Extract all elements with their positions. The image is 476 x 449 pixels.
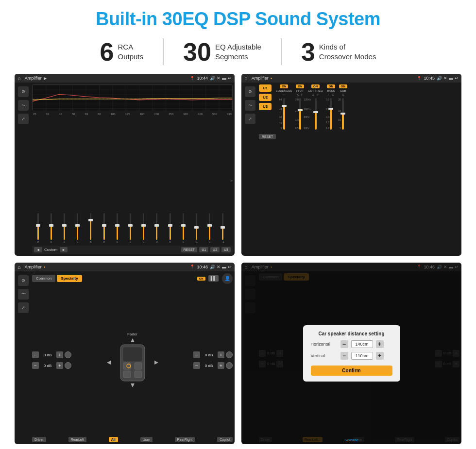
amp-u-column: U1 U2 U3 ON LOUDNESS — — [259, 84, 459, 131]
stat-eq-text: EQ AdjustableSegments — [215, 42, 261, 61]
eq-u2-btn[interactable]: U2 — [210, 247, 220, 252]
volume-icon-2: 🔊 — [437, 76, 442, 81]
eq-main: 253240 506380 100125160 200250320 400500… — [32, 84, 233, 254]
sub-slider[interactable]: 20 15 10 5 — [342, 98, 344, 130]
amp-sidebar-settings[interactable]: ⚙ — [245, 86, 255, 97]
eq-prev-btn[interactable]: ◄ — [34, 247, 42, 252]
eq-bottom-bar: ◄ Custom ► RESET U1 U2 U3 — [32, 246, 233, 254]
spk-rr-plus[interactable]: + — [218, 362, 224, 369]
spk-fl-speaker-icon — [65, 351, 71, 358]
eq-next-btn[interactable]: ► — [60, 247, 68, 252]
horizontal-minus[interactable]: − — [340, 340, 348, 348]
eq-slider-5[interactable]: 0 — [98, 213, 110, 243]
vertical-label: Vertical — [311, 353, 338, 358]
amp-reset-btn[interactable]: RESET — [259, 134, 276, 139]
eq-slider-0[interactable]: 0 — [32, 213, 44, 243]
amp-sub: ON SUB G 20 15 10 5 — [339, 84, 347, 131]
amp-sidebar-wave[interactable]: 〜 — [245, 100, 255, 111]
eq-slider-14[interactable]: -1 — [217, 213, 229, 243]
svg-marker-12 — [107, 361, 111, 365]
eq-slider-7[interactable]: 0 — [124, 213, 136, 243]
spk-rl-plus[interactable]: + — [56, 362, 63, 369]
eq-slider-10[interactable]: 0 — [164, 213, 176, 243]
spk-tabs: Common Specialty ON ▌▌ 👤 — [32, 273, 233, 284]
svg-marker-11 — [131, 383, 135, 387]
confirm-button[interactable]: Confirm — [311, 366, 392, 376]
phat-on[interactable]: ON — [296, 84, 304, 88]
spk-sidebar-wave[interactable]: 〜 — [18, 289, 29, 299]
eq-slider-9[interactable]: 0 — [151, 213, 163, 243]
spk-user-btn[interactable]: User — [140, 437, 153, 442]
eq-slider-13[interactable]: 0 — [204, 213, 216, 243]
eq-slider-2[interactable]: 0 — [58, 213, 70, 243]
u3-btn[interactable]: U3 — [259, 103, 272, 110]
stat-rca-number: 6 — [100, 39, 114, 65]
svg-marker-10 — [131, 338, 135, 342]
spk-on-badge[interactable]: ON — [197, 277, 205, 281]
eq-slider-4[interactable]: 5 — [85, 213, 97, 243]
loudness-on[interactable]: ON — [280, 84, 288, 88]
svg-rect-4 — [123, 347, 142, 362]
vertical-minus[interactable]: − — [340, 352, 348, 360]
eq-slider-6[interactable]: 0 — [111, 213, 123, 243]
spk-rearright-btn[interactable]: RearRight — [175, 437, 195, 442]
volume-icon-3: 🔊 — [210, 265, 215, 269]
distance-dialog: Car speaker distance setting Horizontal … — [303, 325, 400, 382]
spk-rearleft-btn[interactable]: RearLeft — [68, 437, 86, 442]
vertical-plus[interactable]: + — [376, 352, 384, 360]
spk-fl-control: − 0 dB + — [32, 351, 71, 358]
spk-tab-specialty[interactable]: Specialty — [57, 275, 82, 282]
cutfreq-slider[interactable]: 120Hz 100Hz 80Hz 60Hz — [315, 98, 317, 130]
spk-fr-plus[interactable]: + — [218, 351, 224, 358]
eq-sidebar-wave[interactable]: 〜 — [18, 100, 29, 111]
amp-cutfreq: ON CUT FREQ G F 120Hz 100Hz 80Hz 60Hz — [308, 84, 323, 131]
eq-slider-11[interactable]: 0 — [177, 213, 189, 243]
bass-slider[interactable]: 3.0 2.5 2.0 1.5 1.0 — [330, 98, 332, 130]
horizontal-plus[interactable]: + — [376, 340, 384, 348]
spk-fl-minus[interactable]: − — [32, 351, 39, 358]
amp-sidebar-arrows[interactable]: ⤢ — [245, 114, 255, 124]
u2-btn[interactable]: U2 — [259, 94, 272, 101]
spk-profile-icon[interactable]: 👤 — [222, 273, 233, 284]
eq-u3-btn[interactable]: U3 — [221, 247, 231, 252]
spk-copilot-btn[interactable]: Copilot — [217, 437, 233, 442]
eq-slider-3[interactable]: 0 — [72, 213, 84, 243]
home-icon-2[interactable]: ⌂ — [244, 75, 248, 81]
bass-on[interactable]: ON — [327, 84, 335, 88]
spk-sidebar-settings[interactable]: ⚙ — [18, 275, 29, 286]
spk-driver-btn[interactable]: Driver — [32, 437, 46, 442]
home-icon-3[interactable]: ⌂ — [17, 264, 21, 270]
spk-rr-minus[interactable]: − — [193, 362, 200, 369]
loudness-label: LOUDNESS — [276, 89, 292, 92]
eq-u1-btn[interactable]: U1 — [199, 247, 208, 252]
loudness-slider[interactable]: 64 48 32 16 0 — [283, 98, 285, 130]
eq-custom-label: Custom — [44, 248, 58, 252]
eq-graph — [32, 84, 233, 111]
close-icon: ✕ — [217, 76, 221, 81]
status-icons-2: 🔊 ✕ ▬ ↩ — [437, 76, 459, 81]
spk-tab-common[interactable]: Common — [32, 275, 55, 282]
spk-sidebar-arrows[interactable]: ⤢ — [18, 302, 29, 313]
location-icon-2: 📍 — [417, 76, 422, 81]
eq-sidebar-settings[interactable]: ⚙ — [18, 86, 29, 97]
eq-slider-8[interactable]: 0 — [138, 213, 150, 243]
phat-slider[interactable]: 3.0 2.1 1.3 0.5 — [299, 98, 301, 130]
bass-label: BASS — [327, 89, 335, 92]
screen-eq-statusbar: ⌂ Amplifier ▶ 📍 10:44 🔊 ✕ ▬ ↩ — [15, 74, 235, 83]
spk-center-area: Fader — [73, 332, 191, 388]
status-icons-3: 🔊 ✕ ▬ ↩ — [210, 265, 232, 269]
sub-on[interactable]: ON — [339, 84, 347, 88]
home-icon[interactable]: ⌂ — [17, 75, 21, 81]
cutfreq-on[interactable]: ON — [311, 84, 320, 88]
eq-slider-12[interactable]: -1 — [190, 213, 202, 243]
window-icon-3: ▬ — [222, 265, 226, 269]
eq-sidebar-arrows[interactable]: ⤢ — [18, 114, 29, 124]
spk-all-btn[interactable]: All — [109, 437, 118, 442]
expand-icon[interactable]: » — [230, 178, 233, 183]
spk-fr-minus[interactable]: − — [193, 351, 200, 358]
eq-reset-btn[interactable]: RESET — [181, 247, 197, 252]
spk-rl-minus[interactable]: − — [32, 362, 39, 369]
spk-fl-plus[interactable]: + — [56, 351, 63, 358]
eq-slider-1[interactable]: 0 — [45, 213, 57, 243]
u1-btn[interactable]: U1 — [259, 84, 272, 92]
